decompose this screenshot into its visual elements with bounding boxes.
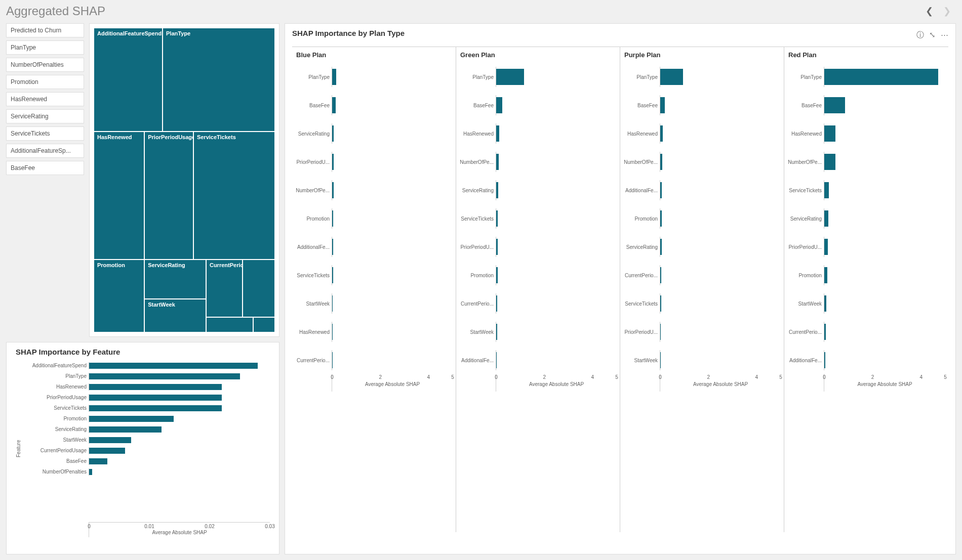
bar-label: HasRenewed [459,131,496,137]
bar[interactable] [660,154,662,170]
bar[interactable] [332,125,334,142]
treemap-cell[interactable] [253,317,275,332]
bar[interactable] [89,469,92,475]
bar-row: BaseFee [24,456,270,466]
bar[interactable] [660,210,662,227]
bar-area [89,437,270,444]
bar[interactable] [824,324,826,340]
prev-button[interactable]: ❮ [926,6,933,17]
treemap-cell[interactable]: Promotion [94,260,144,332]
bar[interactable] [660,267,661,283]
bar[interactable] [332,182,334,198]
expand-icon[interactable]: ⤡ [929,30,936,40]
bar[interactable] [332,295,333,312]
bar-label: ServiceRating [295,131,332,137]
bar-area [89,373,270,380]
filter-chip[interactable]: AdditionalFeatureSp... [6,144,84,158]
treemap-cell[interactable]: PlanType [163,28,275,132]
bar[interactable] [332,97,336,113]
bar[interactable] [332,69,336,85]
treemap-cell[interactable] [243,260,275,317]
bar-label: StartWeek [787,301,824,307]
bar[interactable] [496,97,502,113]
bar[interactable] [89,395,222,401]
info-icon[interactable]: ⓘ [916,30,924,40]
plan-title: Purple Plan [623,51,781,59]
bar[interactable] [824,210,828,227]
bar[interactable] [496,210,498,227]
bar[interactable] [89,448,125,454]
bar[interactable] [89,373,240,379]
bar[interactable] [824,125,835,142]
bar[interactable] [496,267,498,283]
bar[interactable] [660,239,662,255]
treemap-cell[interactable]: AdditionalFeatureSpend [94,28,163,132]
filter-chip[interactable]: Promotion [6,75,84,89]
bar[interactable] [332,154,334,170]
bar[interactable] [824,352,825,368]
axis-area: 0245Average Absolute SHAP [824,374,945,392]
bar[interactable] [824,267,827,283]
filter-chip[interactable]: BaseFee [6,161,84,175]
bar[interactable] [496,239,498,255]
filter-chip[interactable]: HasRenewed [6,92,84,106]
bar[interactable] [496,352,497,368]
bar-row: PlanType [787,63,945,91]
bar[interactable] [496,324,497,340]
bar[interactable] [824,97,845,113]
bar[interactable] [660,352,661,368]
filter-chip[interactable]: PlanType [6,40,84,55]
bar[interactable] [824,295,826,312]
shap-by-plan-panel: SHAP Importance by Plan Type ⓘ ⤡ ⋯ Blue … [285,23,956,554]
treemap-cell[interactable]: PriorPeriodUsage [144,132,193,260]
bar[interactable] [824,239,828,255]
filter-chip[interactable]: NumberOfPenalties [6,58,84,72]
bar[interactable] [332,352,333,368]
bar-row: AdditionalFe... [459,346,617,374]
treemap-cell[interactable]: ServiceRating [144,260,206,299]
bar[interactable] [496,154,499,170]
bar[interactable] [89,458,107,464]
bar[interactable] [824,69,938,85]
page-title: Aggregated SHAP [6,4,105,18]
bar[interactable] [89,384,222,390]
bar[interactable] [660,69,683,85]
bar[interactable] [332,324,333,340]
bar[interactable] [89,437,131,443]
treemap-cell[interactable] [206,317,253,332]
bar[interactable] [660,97,665,113]
bar[interactable] [89,416,174,422]
bar[interactable] [660,295,661,312]
bar[interactable] [660,125,663,142]
bar[interactable] [824,154,835,170]
bar[interactable] [332,239,333,255]
bar[interactable] [332,267,333,283]
treemap-cell[interactable]: CurrentPeriodUsage [206,260,243,317]
treemap-cell[interactable]: StartWeek [144,299,206,332]
bar[interactable] [496,182,498,198]
treemap-cell[interactable]: ServiceTickets [193,132,275,260]
bar[interactable] [496,295,497,312]
more-icon[interactable]: ⋯ [941,30,948,40]
axis-row: 0245Average Absolute SHAP [295,374,453,392]
filter-chip[interactable]: ServiceRating [6,109,84,123]
bar[interactable] [660,182,662,198]
bar[interactable] [824,182,829,198]
bar-area [89,383,270,391]
treemap-cell[interactable]: HasRenewed [94,132,144,260]
filter-chip[interactable]: ServiceTickets [6,126,84,141]
bar[interactable] [332,210,333,227]
bar-row: ServiceRating [459,176,617,204]
bar[interactable] [89,426,162,433]
treemap[interactable]: AdditionalFeatureSpendPlanTypeHasRenewed… [94,28,275,332]
bar-area [496,350,617,370]
bar[interactable] [89,405,222,411]
bar[interactable] [496,125,499,142]
bar[interactable] [89,363,258,369]
plan-column: Blue PlanPlanTypeBaseFeeServiceRatingPri… [292,47,456,532]
bar[interactable] [660,324,661,340]
bar[interactable] [496,69,524,85]
bar-row: ServiceTickets [459,204,617,233]
filter-chip[interactable]: Predicted to Churn [6,23,84,37]
next-button[interactable]: ❯ [943,6,951,17]
